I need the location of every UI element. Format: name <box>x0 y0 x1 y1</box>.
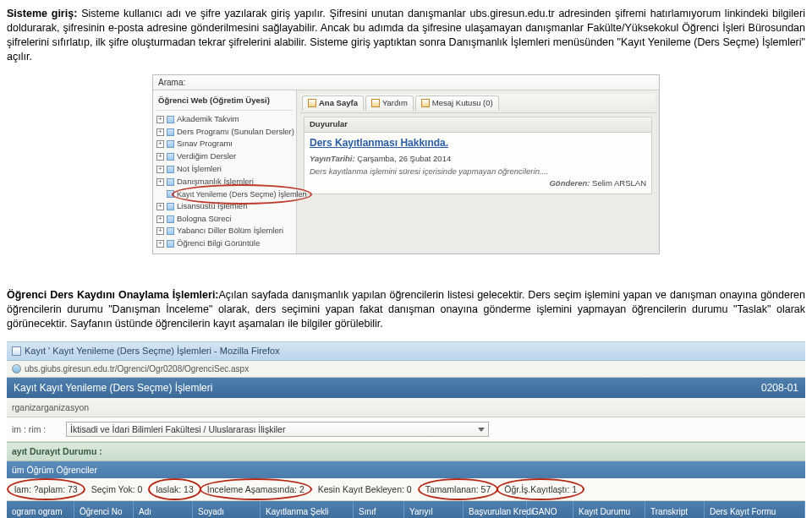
tab-yardim[interactable]: Yardım <box>365 95 414 111</box>
stat-secimyok: Seçim Yok: 0 <box>89 483 145 496</box>
expand-icon[interactable] <box>156 240 164 248</box>
tab-mesaj[interactable]: Mesaj Kutusu (0) <box>415 95 499 111</box>
node-icon <box>167 166 174 173</box>
tree-item[interactable]: Yabancı Diller Bölüm İşlemleri <box>156 225 293 237</box>
tree-item[interactable]: Bologna Süreci <box>156 213 293 226</box>
col-soyadi[interactable]: Soyadı <box>193 501 261 518</box>
second-paragraph: Öğrenci Ders Kaydını Onaylama İşlemleri:… <box>7 288 805 331</box>
tree-subitem[interactable]: Kayıt Yenileme (Ders Seçme) İşlemleri <box>156 188 293 200</box>
birim-row: im : rim : İktisadi ve İdari Bilimleri F… <box>7 417 805 442</box>
col-yariyil[interactable]: Yarıyıl <box>404 501 464 518</box>
tree-item[interactable]: Not İşlemleri <box>156 163 293 176</box>
stat-tamamlanan: Tamamlanan: 57 <box>423 483 494 496</box>
intro-text: Sisteme kullanıcı adı ve şifre yazılarak… <box>7 8 805 63</box>
page-title: Kayıt Kayıt Yenileme (Ders Seçme) İşleml… <box>14 381 212 395</box>
col-transkript[interactable]: Transkript <box>645 501 705 518</box>
stat-taslak: laslak: 13 <box>153 483 195 496</box>
tree-item[interactable]: Danışmanlık İşlemleri <box>156 176 293 188</box>
url-text: ubs.giubs.giresun.edu.tr/Ogrenci/Ogr0208… <box>25 363 249 375</box>
col-adi[interactable]: Adı <box>134 501 193 518</box>
tree-item[interactable]: Öğrenci Bilgi Görüntüle <box>156 237 293 250</box>
node-icon <box>167 227 174 235</box>
expand-icon[interactable] <box>156 227 164 235</box>
firefox-icon <box>12 346 21 356</box>
search-bar: Arama: <box>153 75 659 91</box>
node-icon <box>167 116 174 123</box>
expand-icon[interactable] <box>156 140 164 148</box>
birim-label: im : rim : <box>12 423 61 435</box>
intro-bold: Sisteme giriş: <box>7 8 77 19</box>
second-bold: Öğrenci Ders Kaydını Onaylama İşlemleri: <box>7 289 219 301</box>
node-icon <box>167 153 174 161</box>
expand-icon[interactable] <box>156 128 164 136</box>
grid-header: ogram ogram Öğrenci No Adı Soyadı Kayıtl… <box>7 501 805 518</box>
stat-toplam: lam: ?aplam: 73 <box>12 483 80 496</box>
node-icon <box>167 128 174 136</box>
panel-duyurular-body: Ders Kayıtlanması Hakkında. YayınTarihi:… <box>304 133 652 195</box>
globe-icon <box>12 364 21 374</box>
node-icon <box>167 190 174 198</box>
tree-panel: Öğrenci Web (Öğretim Üyesi) Akademik Tak… <box>153 90 297 254</box>
screenshot-menu: Arama: Öğrenci Web (Öğretim Üyesi) Akade… <box>152 74 660 255</box>
expand-icon[interactable] <box>156 116 164 123</box>
node-icon <box>167 240 174 248</box>
tab-strip: Ana Sayfa Yardım Mesaj Kutusu (0) <box>300 94 656 113</box>
expand-icon[interactable] <box>156 166 164 173</box>
window-title: Kayıt ' Kayıt Yenileme (Ders Seçme) İşle… <box>25 345 280 357</box>
intro-paragraph: Sisteme giriş: Sisteme kullanıcı adı ve … <box>7 7 805 64</box>
search-label: Arama: <box>158 78 185 87</box>
expand-icon[interactable] <box>156 215 164 223</box>
stat-kesin: Kesin Kayıt Bekleyen: 0 <box>315 483 414 496</box>
announcement-body: Ders kayıtlanma işlemini süresi içerisin… <box>310 166 646 178</box>
col-kayitsekli[interactable]: Kayıtlanma Şekli <box>261 501 354 518</box>
col-kayitdurumu[interactable]: Kayıt Durumu <box>573 501 645 518</box>
expand-icon[interactable] <box>156 178 164 186</box>
announcement-date: YayınTarihi: Çarşamba, 26 Şubat 2014 <box>310 153 646 166</box>
kayit-durumu-group: ayıt Durayıt Durumu : <box>7 442 805 461</box>
col-derskayit[interactable]: Ders Kayıt Formu <box>705 501 805 518</box>
node-icon <box>167 203 174 210</box>
announcement-title[interactable]: Ders Kayıtlanması Hakkında. <box>310 136 646 150</box>
birim-select[interactable]: İktisadi ve İdari Bilimleri Fakültesi / … <box>66 422 489 437</box>
stat-iskayit: Öğr.İş.Kayıtlaştı: 1 <box>502 483 579 496</box>
filter-bar[interactable]: üm Öğrüm Öğrenciler <box>7 461 805 478</box>
tab-anasayfa[interactable]: Ana Sayfa <box>302 95 364 111</box>
tree-item[interactable]: Sınav Programı <box>156 138 293 150</box>
tree-item[interactable]: Akademik Takvim <box>156 113 293 126</box>
screenshot-list: Kayıt ' Kayıt Yenileme (Ders Seçme) İşle… <box>7 341 805 518</box>
tree-item[interactable]: Verdiğim Dersler <box>156 150 293 163</box>
page-code: 0208-01 <box>761 381 798 395</box>
mail-icon <box>421 99 430 107</box>
node-icon <box>167 140 174 148</box>
expand-icon[interactable] <box>156 203 164 210</box>
birim-value: İktisadi ve İdari Bilimleri Fakültesi / … <box>70 423 285 435</box>
content-panel: Ana Sayfa Yardım Mesaj Kutusu (0) Duyuru… <box>297 90 659 254</box>
stats-row: lam: ?aplam: 73 Seçim Yok: 0 laslak: 13 … <box>7 478 805 501</box>
col-kredi[interactable]: Başvurulan Kredi <box>464 501 527 518</box>
col-sinif[interactable]: Sınıf <box>354 501 404 518</box>
col-gano[interactable]: GANO <box>527 501 573 518</box>
col-program[interactable]: ogram ogram <box>7 501 74 518</box>
tree-item[interactable]: Lisansüstü İşlemleri <box>156 200 293 213</box>
expand-icon[interactable] <box>156 153 164 161</box>
node-icon <box>167 178 174 186</box>
tree-item[interactable]: Ders Programı (Sunulan Dersler) <box>156 126 293 139</box>
col-ogrencino[interactable]: Öğrenci No <box>74 501 134 518</box>
highlighted-menu-item[interactable]: Kayıt Yenileme (Ders Seçme) İşlemleri <box>177 189 307 199</box>
org-row: rganizarganizasyon <box>7 398 805 417</box>
node-icon <box>167 215 174 223</box>
url-bar[interactable]: ubs.giubs.giresun.edu.tr/Ogrenci/Ogr0208… <box>7 361 805 379</box>
announcement-sender: Gönderen: Selim ARSLAN <box>310 177 646 190</box>
window-titlebar: Kayıt ' Kayıt Yenileme (Ders Seçme) İşle… <box>7 342 805 361</box>
home-icon <box>308 99 316 107</box>
tree-title: Öğrenci Web (Öğretim Üyesi) <box>156 94 293 111</box>
page-header: Kayıt Kayıt Yenileme (Ders Seçme) İşleml… <box>7 378 805 398</box>
panel-duyurular-head: Duyurular <box>304 117 652 133</box>
chevron-down-icon <box>478 428 485 432</box>
stat-inceleme: İnceleme Aşamasında: 2 <box>205 483 307 496</box>
help-icon <box>371 99 380 107</box>
